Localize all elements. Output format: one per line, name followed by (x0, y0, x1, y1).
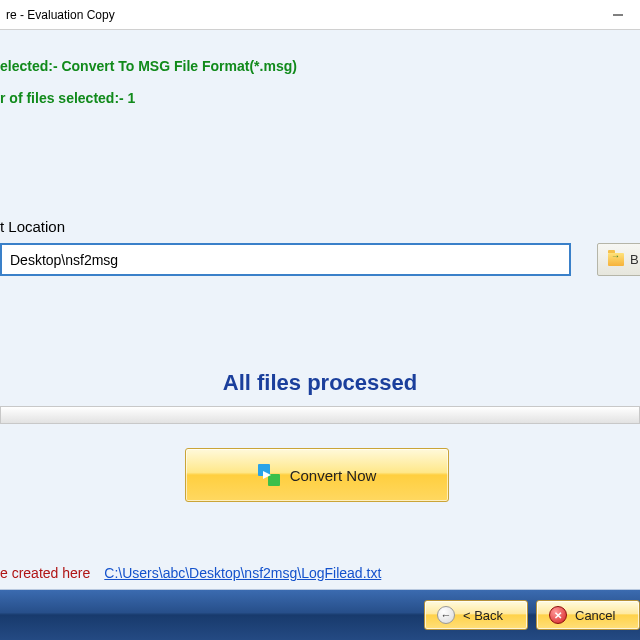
browse-button[interactable]: B (597, 243, 640, 276)
minimize-button[interactable] (595, 0, 640, 29)
app-window: re - Evaluation Copy elected:- Convert T… (0, 0, 640, 640)
selected-count-text: r of files selected:- 1 (0, 90, 135, 106)
output-location-label: t Location (0, 218, 65, 235)
back-arrow-icon: ← (437, 606, 455, 624)
output-path-input[interactable] (0, 243, 571, 276)
wizard-body: elected:- Convert To MSG File Format(*.m… (0, 30, 640, 589)
selected-format-text: elected:- Convert To MSG File Format(*.m… (0, 58, 297, 74)
window-title: re - Evaluation Copy (6, 8, 115, 22)
cancel-label: Cancel (575, 608, 615, 623)
convert-icon (258, 464, 280, 486)
minimize-icon (613, 10, 623, 20)
convert-now-button[interactable]: Convert Now (185, 448, 449, 502)
cancel-button[interactable]: Cancel (536, 600, 640, 630)
log-area: e created here C:\Users\abc\Desktop\nsf2… (0, 565, 381, 581)
log-file-link[interactable]: C:\Users\abc\Desktop\nsf2msg\LogFilead.t… (104, 565, 381, 581)
folder-icon (608, 253, 624, 266)
titlebar: re - Evaluation Copy (0, 0, 640, 30)
back-label: < Back (463, 608, 503, 623)
back-button[interactable]: ← < Back (424, 600, 528, 630)
convert-label: Convert Now (290, 467, 377, 484)
wizard-footer: ← < Back Cancel (0, 589, 640, 640)
cancel-icon (549, 606, 567, 624)
status-text: All files processed (0, 370, 640, 406)
status-group: All files processed (0, 370, 640, 424)
progress-bar (0, 406, 640, 424)
browse-label: B (630, 252, 639, 267)
log-created-label: e created here (0, 565, 90, 581)
